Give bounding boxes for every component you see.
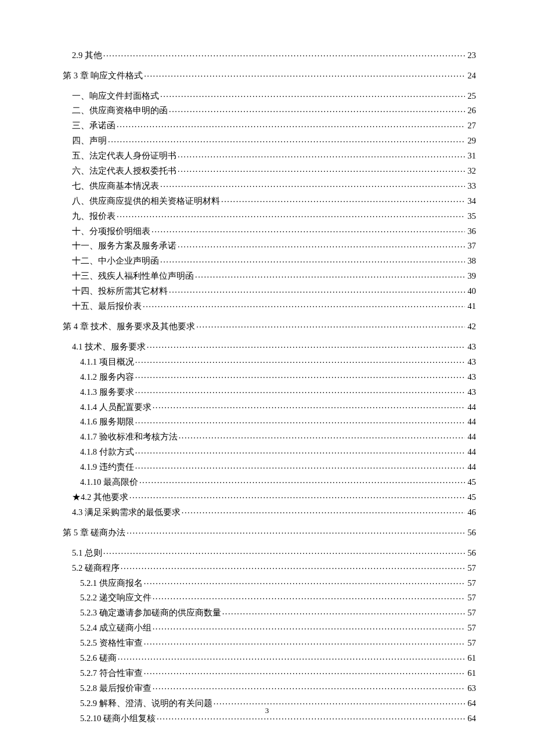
toc-entry-page: 44 xyxy=(466,403,477,412)
toc-entry-page: 44 xyxy=(466,433,477,441)
toc-entry-label: 一、响应文件封面格式 xyxy=(63,92,159,100)
toc-leader-dots xyxy=(196,321,464,329)
toc-entry-label: 四、声明 xyxy=(63,136,107,145)
toc-leader-dots xyxy=(221,195,465,204)
toc-leader-dots xyxy=(103,547,465,556)
toc-entry-page: 24 xyxy=(466,71,477,80)
toc-entry-page: 39 xyxy=(466,272,477,280)
toc-leader-dots xyxy=(139,476,465,485)
toc-entry-label: 5.2 磋商程序 xyxy=(63,564,120,573)
toc-entry-label: 十、分项报价明细表 xyxy=(63,227,150,236)
toc-entry-page: 57 xyxy=(466,564,477,573)
toc-entry-label: 十一、服务方案及服务承诺 xyxy=(63,242,176,250)
toc-entry-label: 4.3 满足采购需求的最低要求 xyxy=(63,508,181,517)
toc-leader-dots xyxy=(160,180,465,189)
toc-leader-dots xyxy=(153,622,465,631)
toc-leader-dots xyxy=(195,271,465,279)
toc-entry: 4.1.4 人员配置要求44 xyxy=(63,401,476,411)
toc-leader-dots xyxy=(179,431,465,440)
toc-entry-label: 5.2.4 成立磋商小组 xyxy=(63,624,151,632)
toc-leader-dots xyxy=(129,491,465,500)
toc-entry: 4.1.8 付款方式44 xyxy=(63,447,476,456)
toc-entry: 4.1 技术、服务要求43 xyxy=(63,341,476,351)
toc-entry-label: 九、报价表 xyxy=(63,212,116,221)
toc-entry-page: 46 xyxy=(466,508,477,517)
toc-leader-dots xyxy=(160,90,465,99)
toc-entry: 六、法定代表人授权委托书 32 xyxy=(63,165,476,175)
toc-entry-label: 4.1.4 人员配置要求 xyxy=(63,403,151,412)
toc-entry-page: 40 xyxy=(466,287,477,296)
toc-entry-page: 57 xyxy=(466,593,477,602)
toc-entry-page: 56 xyxy=(466,549,477,557)
toc-entry: 5.2.2 递交响应文件57 xyxy=(63,592,476,602)
toc-entry-label: 十三、残疾人福利性单位声明函 xyxy=(63,272,194,280)
toc-leader-dots xyxy=(144,638,465,646)
toc-entry: 十四、投标所需其它材料 40 xyxy=(63,286,476,296)
toc-leader-dots xyxy=(178,150,465,159)
toc-leader-dots xyxy=(135,447,465,455)
toc-entry-page: 57 xyxy=(466,579,477,588)
toc-entry-page: 31 xyxy=(466,152,477,160)
toc-entry: 二、供应商资格申明的函 26 xyxy=(63,105,476,115)
toc-entry-page: 34 xyxy=(466,197,477,206)
toc-entry-page: 38 xyxy=(466,257,477,265)
toc-entry: 一、响应文件封面格式 25 xyxy=(63,90,476,100)
toc-entry: ★4.2 其他要求45 xyxy=(63,491,476,501)
toc-entry-label: 5.1 总则 xyxy=(63,549,102,557)
toc-entry-label: 十二、中小企业声明函 xyxy=(63,257,159,265)
toc-entry-page: 44 xyxy=(466,417,477,426)
toc-entry-page: 35 xyxy=(466,212,477,221)
toc-entry-page: 43 xyxy=(466,343,477,351)
toc-entry-label: 4.1.3 服务要求 xyxy=(63,388,134,397)
toc-entry-label: 4.1.7 验收标准和考核方法 xyxy=(63,433,178,441)
toc-entry-label: 4.1.2 服务内容 xyxy=(63,373,134,381)
toc-entry-label: 五、法定代表人身份证明书 xyxy=(63,152,176,160)
toc-leader-dots xyxy=(103,49,465,58)
toc-entry-label: 5.2.2 递交响应文件 xyxy=(63,593,151,602)
toc-entry: 5.2.7 符合性审查61 xyxy=(63,667,476,677)
toc-entry: 第 3 章 响应文件格式24 xyxy=(63,70,476,80)
toc-entry-page: 43 xyxy=(466,358,477,366)
toc-entry-label: 5.2.6 磋商 xyxy=(63,654,117,663)
toc-entry-label: 5.2.8 最后报价审查 xyxy=(63,684,151,693)
toc-entry-page: 41 xyxy=(466,302,477,311)
toc-entry: 九、报价表 35 xyxy=(63,210,476,220)
toc-leader-dots xyxy=(121,562,465,571)
toc-entry-label: 5.2.1 供应商报名 xyxy=(63,579,143,588)
toc-entry: 十三、残疾人福利性单位声明函 39 xyxy=(63,271,476,280)
toc-entry-page: 44 xyxy=(466,463,477,471)
toc-entry: 十、分项报价明细表 36 xyxy=(63,225,476,235)
toc-entry: 第 5 章 磋商办法56 xyxy=(63,527,476,537)
toc-entry: 4.1.10 最高限价45 xyxy=(63,476,476,486)
toc-leader-dots xyxy=(117,210,465,219)
toc-leader-dots xyxy=(135,371,465,380)
toc-entry-label: 八、供应商应提供的相关资格证明材料 xyxy=(63,197,220,206)
toc-entry-page: 43 xyxy=(466,388,477,397)
toc-entry-page: 33 xyxy=(466,182,477,190)
toc-entry-page: 57 xyxy=(466,639,477,647)
toc-leader-dots xyxy=(135,462,465,470)
toc-entry-label: 第 4 章 技术、服务要求及其他要求 xyxy=(63,322,195,331)
toc-entry-page: 25 xyxy=(466,92,477,100)
toc-entry-label: 第 5 章 磋商办法 xyxy=(63,528,125,537)
toc-entry-page: 42 xyxy=(466,322,477,331)
toc-entry: 2.9 其他23 xyxy=(63,49,476,59)
toc-leader-dots xyxy=(169,105,465,114)
toc-entry-label: 4.1 技术、服务要求 xyxy=(63,343,146,351)
toc-entry: 十二、中小企业声明函 38 xyxy=(63,255,476,265)
toc-entry-label: 5.2.3 确定邀请参加磋商的供应商数量 xyxy=(63,609,221,617)
page-number: 3 xyxy=(0,706,534,715)
toc-entry-page: 44 xyxy=(466,448,477,456)
toc-entry: 4.1.2 服务内容43 xyxy=(63,371,476,381)
toc-entry-page: 29 xyxy=(466,136,477,145)
toc-entry: 七、供应商基本情况表 33 xyxy=(63,180,476,190)
toc-entry-label: 4.1.1 项目概况 xyxy=(63,358,134,366)
toc-leader-dots xyxy=(135,416,465,425)
toc-entry-page: 26 xyxy=(466,106,477,115)
toc-leader-dots xyxy=(214,697,465,706)
toc-leader-dots xyxy=(222,607,465,616)
toc-entry: 五、法定代表人身份证明书 31 xyxy=(63,150,476,160)
toc-container: 2.9 其他23第 3 章 响应文件格式24一、响应文件封面格式 25二、供应商… xyxy=(0,0,534,722)
toc-entry: 5.2.8 最后报价审查63 xyxy=(63,682,476,692)
toc-entry: 4.1.3 服务要求43 xyxy=(63,386,476,396)
